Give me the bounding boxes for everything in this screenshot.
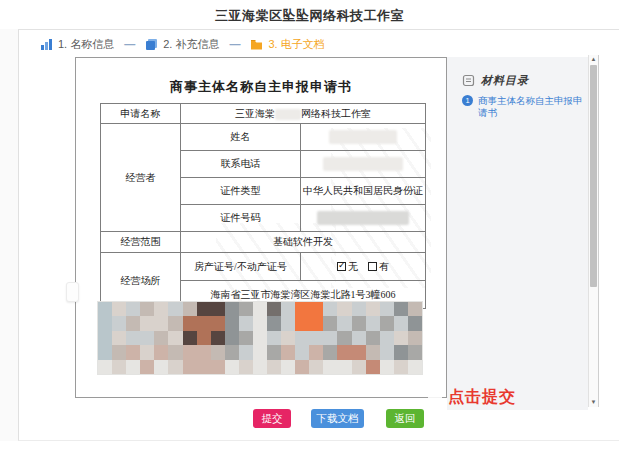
step-connector: — — [229, 38, 240, 50]
cert-type-value: 中华人民共和国居民身份证 — [301, 178, 426, 205]
premises-label: 经营场所 — [101, 253, 181, 309]
left-margin-strip — [0, 29, 18, 441]
blur-smudge — [428, 375, 442, 415]
apply-name-prefix: 三亚海棠 — [235, 108, 275, 119]
checkbox-has-label: 有 — [379, 261, 389, 272]
cert-type-label: 证件类型 — [181, 178, 301, 205]
scope-value: 基础软件开发 — [181, 232, 426, 253]
step-name-info[interactable]: 1. 名称信息 — [40, 37, 114, 52]
table-row: 申请名称 三亚海棠网络科技工作室 — [101, 104, 426, 124]
checkbox-none — [337, 262, 346, 271]
vertical-scrollbar[interactable] — [588, 55, 599, 407]
table-row: 经营范围 基础软件开发 — [101, 232, 426, 253]
apply-name-label: 申请名称 — [101, 104, 181, 124]
catalog-item-application[interactable]: 1 商事主体名称自主申报申请书 — [462, 95, 588, 119]
application-table: 申请名称 三亚海棠网络科技工作室 经营者 姓名 联系电话 证件类型 中华人民共和… — [100, 103, 426, 309]
table-row: 经营场所 房产证号/不动产证号 无有 — [101, 253, 426, 281]
name-label: 姓名 — [181, 124, 301, 151]
click-submit-annotation: 点击提交 — [448, 387, 516, 408]
item-index-badge: 1 — [462, 95, 473, 106]
scope-label: 经营范围 — [101, 232, 181, 253]
phone-value — [301, 151, 426, 178]
redaction-blur — [275, 109, 301, 120]
operator-label: 经营者 — [101, 124, 181, 232]
phone-label: 联系电话 — [181, 151, 301, 178]
clipboard-icon — [462, 74, 475, 87]
scroll-down-arrow[interactable] — [589, 398, 598, 407]
apply-name-value: 三亚海棠网络科技工作室 — [181, 104, 426, 124]
step-label: 3. 电子文档 — [268, 37, 324, 52]
drag-handle[interactable] — [66, 282, 79, 302]
download-document-button[interactable]: 下载文档 — [311, 409, 364, 428]
table-row: 经营者 姓名 — [101, 124, 426, 151]
step-connector: — — [124, 38, 135, 50]
pixelated-id-scan — [98, 302, 422, 374]
redaction-blur — [323, 157, 403, 171]
submit-button[interactable]: 提交 — [253, 409, 291, 428]
catalog-header: 材料目录 — [462, 73, 529, 88]
catalog-title: 材料目录 — [481, 73, 529, 88]
scroll-up-arrow[interactable] — [589, 55, 598, 64]
steps-bar: 1. 名称信息 — 2. 补充信息 — 3. 电子文档 — [40, 36, 325, 52]
documents-icon — [145, 38, 158, 51]
name-value — [301, 124, 426, 151]
document-title: 商事主体名称自主申报申请书 — [76, 78, 446, 96]
scrollbar-thumb[interactable] — [590, 65, 597, 287]
property-cert-options: 无有 — [301, 253, 426, 281]
step-label: 2. 补充信息 — [163, 37, 219, 52]
application-document: 商事主体名称自主申报申请书 申请名称 三亚海棠网络科技工作室 经营者 姓名 联系… — [75, 57, 447, 398]
page: 三亚海棠区坠坠网络科技工作室 1. 名称信息 — 2. 补充信息 — — [0, 0, 619, 465]
folder-icon — [250, 38, 263, 51]
materials-sidebar: 材料目录 1 商事主体名称自主申报申请书 — [447, 57, 588, 410]
catalog-item-label: 商事主体名称自主申报申请书 — [478, 95, 588, 119]
page-title: 三亚海棠区坠坠网络科技工作室 — [0, 7, 619, 25]
back-button[interactable]: 返回 — [386, 409, 424, 428]
blur-smudge — [429, 310, 445, 358]
checkbox-none-label: 无 — [348, 261, 358, 272]
step-label: 1. 名称信息 — [58, 37, 114, 52]
checkbox-has — [368, 262, 377, 271]
bar-chart-icon — [40, 38, 53, 51]
apply-name-suffix: 网络科技工作室 — [301, 108, 371, 119]
step-electronic-docs[interactable]: 3. 电子文档 — [250, 37, 324, 52]
redaction-blur — [329, 130, 397, 144]
redaction-blur — [317, 211, 409, 225]
step-supplement-info[interactable]: 2. 补充信息 — [145, 37, 219, 52]
cert-no-value — [301, 205, 426, 232]
property-cert-label: 房产证号/不动产证号 — [181, 253, 301, 281]
cert-no-label: 证件号码 — [181, 205, 301, 232]
